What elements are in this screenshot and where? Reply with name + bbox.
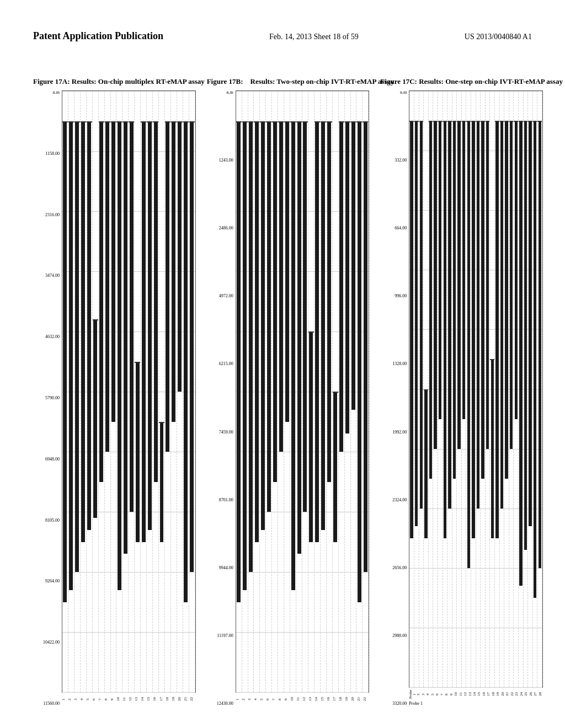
bar [495,121,498,538]
bar-tick [62,121,68,122]
bar [81,121,85,542]
bar [279,121,283,452]
chart-column [419,91,424,687]
chart-column [414,91,419,687]
bar-tick [528,121,532,122]
y-axis-label: 11560.00 [43,702,60,706]
chart-column [165,91,171,692]
chart-column [183,91,189,692]
bar [184,121,188,602]
figure-17a-panel: Figure 17A: Results: On-chip multiplex R… [33,77,196,706]
x-axis-label: 25 [524,689,529,700]
y-axis-label: 4632.00 [45,335,60,339]
grid-line [62,692,195,693]
bar-tick [345,121,350,122]
bar [364,121,367,572]
bar-tick [495,121,499,122]
bar [166,121,169,452]
chart-column [466,91,471,687]
bar-tick [327,121,332,122]
chart-column [74,91,81,692]
bar [481,121,484,479]
bar-tick [457,121,461,122]
chart-column [447,91,452,687]
grid-line [409,687,542,688]
bar [420,121,423,508]
bar-tick [272,121,278,122]
bar [457,121,460,449]
bar-tick [504,121,509,122]
y-axis-label: 996.00 [395,294,407,298]
chart-column [514,91,519,687]
bar [491,359,494,538]
bar [285,121,289,422]
chart-column [333,91,339,692]
bar-tick [87,121,92,122]
bar-tick [356,121,362,122]
bar-tick [339,121,344,122]
chart-column [351,91,357,692]
bar-tick [189,121,195,122]
bar [249,121,253,572]
chart-column [409,91,414,687]
chart-column [248,91,254,692]
bar-tick [447,121,452,122]
bar-tick [519,121,523,122]
x-axis-label: 12 [463,689,468,700]
y-axis-label: 9944.00 [219,566,233,570]
chart-column [490,91,495,687]
y-axis-label: 3474.00 [45,274,60,278]
bar-tick [290,121,296,122]
chart-column [363,91,369,692]
bar-tick [147,121,152,122]
y-axis-label: 2980.00 [392,634,407,638]
chart-column [147,91,153,692]
bar [333,392,337,542]
y-axis-label: n.m [53,90,60,95]
figure-17a-chart [62,90,196,693]
figure-17a-chart-wrapper: 12345678910111213141516171819202122 [62,90,196,706]
chart-column [153,91,159,692]
y-axis-label: 10422.00 [43,640,60,645]
bar-tick [333,392,338,393]
bar [358,121,361,602]
bar-tick [419,121,424,122]
publication-date: Feb. 14, 2013 Sheet 18 of 59 [269,33,359,41]
y-axis-label: 5790.00 [45,396,60,400]
chart-column [290,91,296,692]
y-axis-label: 6948.00 [45,457,60,462]
figure-17a-y-axis: n.m1158.002316.003474.004632.005790.0069… [33,90,62,706]
bar [515,121,518,419]
figure-17a-chart-area: n.m1158.002316.003474.004632.005790.0069… [33,90,196,706]
figure-17b-chart [236,90,370,693]
bar [118,121,121,590]
bar [75,121,79,572]
figure-17c-chart [409,90,543,688]
bar [303,121,307,512]
bar-tick [509,121,514,122]
page: Patent Application Publication Feb. 14, … [0,0,565,728]
figure-17b-panel: Figure 17B: Results: Two-step on-chip IV… [207,77,370,706]
bar-tick [68,121,74,122]
chart-column [429,91,434,687]
bar-tick [452,121,457,122]
bar [111,121,115,422]
bar [99,121,103,482]
chart-column [141,91,147,692]
bar [500,121,503,508]
bar-tick [321,121,326,122]
y-axis-label: 3320.00 [392,702,407,706]
figure-17c-x-axis: Probe 1234567891011121314151617181920212… [409,689,543,700]
x-axis-label: 10 [454,689,459,700]
figure-17c-chart-area: n.m332.00664.00996.001328.001992.002324.… [380,90,543,706]
publication-title: Patent Application Publication [33,30,163,42]
figure-17a-title: Figure 17A: Results: On-chip multiplex R… [33,77,196,86]
bar-tick [462,121,466,122]
y-axis-label: 11197.00 [217,634,233,638]
bar-tick [533,121,537,122]
bar-tick [254,121,259,122]
y-axis-label: 1158.00 [45,152,60,156]
bar [321,121,325,530]
x-axis-label: 6 [435,689,440,700]
bar-tick [260,121,265,122]
